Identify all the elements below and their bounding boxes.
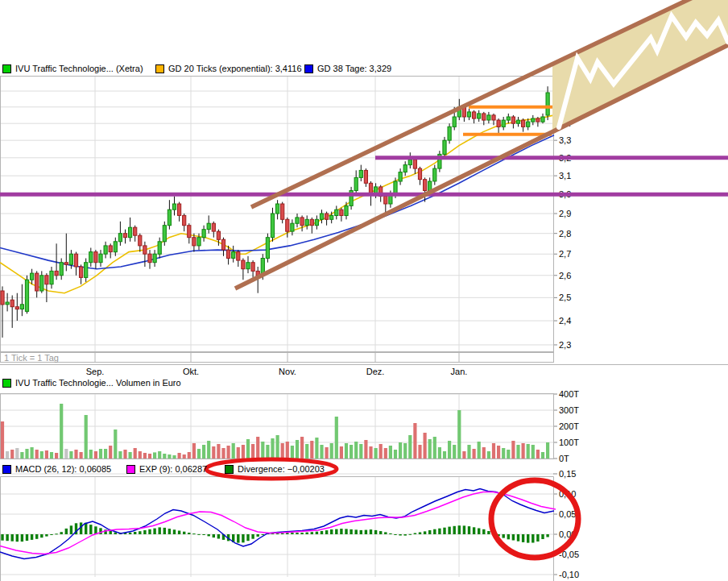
divergence-bar — [487, 531, 490, 534]
divergence-bar — [389, 533, 391, 534]
divergence-bar — [94, 526, 97, 534]
volume-bar — [502, 448, 505, 459]
legend-macd-label: MACD (26, 12): 0,06085 — [15, 464, 111, 474]
volume-bar — [89, 450, 93, 459]
volume-bar — [305, 444, 308, 459]
volume-axis-label: 400T — [559, 389, 579, 399]
volume-bar — [134, 448, 137, 459]
volume-bar — [163, 454, 166, 459]
divergence-bar — [522, 534, 524, 542]
divergence-bar — [453, 526, 456, 534]
candle-body — [478, 114, 481, 118]
candle-body — [453, 117, 456, 127]
divergence-bar — [217, 534, 220, 539]
volume-bar — [438, 447, 441, 459]
candle-body — [251, 263, 254, 272]
divergence-bar — [311, 532, 313, 534]
volume-bar — [291, 446, 294, 459]
divergence-bar — [129, 533, 131, 534]
divergence-bar — [350, 529, 352, 534]
divergence-bar — [443, 528, 445, 534]
volume-bar — [271, 438, 274, 459]
volume-bar — [69, 451, 72, 459]
divergence-bar — [300, 533, 303, 534]
candle-body — [89, 252, 93, 263]
candle-body — [467, 112, 470, 117]
volume-bar — [178, 453, 181, 459]
volume-bar — [482, 447, 486, 459]
candle-body — [246, 263, 250, 269]
candle-body — [335, 210, 338, 215]
volume-bar — [188, 452, 191, 459]
volume-bar — [139, 451, 142, 459]
volume-bar — [158, 451, 161, 459]
candle-body — [433, 168, 436, 181]
volume-bar — [394, 450, 397, 459]
candle-body — [20, 305, 23, 309]
volume-bar — [453, 445, 456, 459]
divergence-bar — [321, 531, 323, 534]
series-color-swatch — [126, 465, 135, 474]
candle-body — [60, 263, 63, 276]
candle-body — [266, 238, 269, 259]
volume-bar — [364, 440, 367, 459]
volume-bar — [546, 442, 549, 459]
divergence-bar — [335, 529, 337, 534]
divergence-bar — [527, 534, 529, 543]
volume-bar — [473, 449, 476, 459]
candle-body — [237, 252, 240, 261]
legend-gd20-label: GD 20 Ticks (exponential): 3,4116 — [168, 64, 302, 73]
candle-body — [532, 118, 535, 122]
series-color-swatch — [2, 64, 11, 73]
divergence-bar — [70, 525, 72, 534]
candle-body — [359, 170, 362, 177]
volume-bar — [457, 410, 461, 459]
divergence-bar — [463, 525, 465, 534]
volume-bar — [443, 451, 446, 459]
volume-bar — [516, 445, 519, 459]
candle-body — [99, 254, 102, 263]
volume-bar — [45, 450, 48, 459]
candle-body — [340, 210, 343, 215]
candle-body — [104, 246, 107, 254]
divergence-bar — [414, 533, 416, 535]
volume-bar — [104, 449, 107, 459]
candle-body — [217, 231, 220, 239]
volume-bar — [511, 441, 515, 459]
candle-body — [276, 204, 279, 214]
divergence-bar — [163, 528, 166, 534]
candle-body — [1, 291, 4, 305]
legend-volume-label: IVU Traffic Technologie... Volumen in Eu… — [15, 378, 181, 388]
divergence-bar — [316, 532, 318, 534]
price-axis-label: 3,1 — [559, 171, 571, 181]
legend-price-series: IVU Traffic Technologie... (Xetra) — [2, 64, 143, 73]
candle-body — [492, 115, 495, 120]
volume-bar — [232, 443, 235, 459]
divergence-bar — [536, 534, 539, 542]
divergence-bar — [503, 534, 505, 538]
volume-bar — [202, 445, 205, 459]
volume-bar — [1, 421, 4, 459]
volume-bar — [492, 443, 495, 459]
divergence-bar — [517, 534, 519, 542]
candle-body — [227, 250, 230, 258]
volume-bar — [221, 448, 225, 459]
divergence-bar — [399, 534, 401, 536]
divergence-bar — [148, 529, 151, 534]
stock-chart-canvas: 3,63,53,43,33,23,13,02,92,82,72,62,52,42… — [0, 0, 728, 581]
volume-bar — [129, 452, 132, 459]
volume-bar — [114, 430, 117, 459]
month-label: Nov. — [279, 367, 296, 376]
candle-body — [546, 93, 549, 115]
divergence-bar — [99, 528, 101, 534]
candle-body — [139, 235, 142, 246]
divergence-bar — [394, 534, 396, 535]
volume-bar — [330, 443, 333, 459]
legend-divergence-label: Divergence: −0,00203 — [238, 464, 325, 474]
price-axis-label: 3,3 — [559, 135, 571, 145]
candle-body — [10, 300, 14, 307]
candle-body — [507, 117, 510, 120]
candle-body — [330, 215, 333, 219]
series-color-swatch — [155, 64, 164, 73]
divergence-bar — [197, 534, 200, 535]
